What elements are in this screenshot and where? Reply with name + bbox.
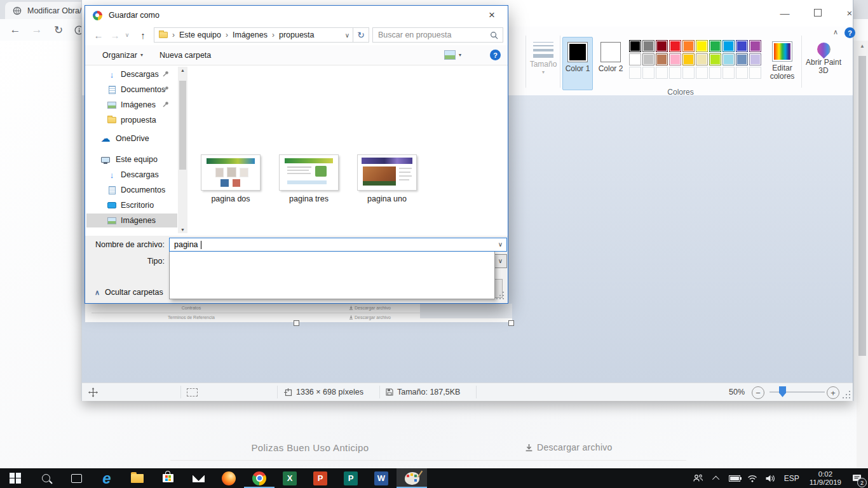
palette-swatch-empty[interactable] — [656, 67, 668, 79]
color1-button[interactable]: Color 1 — [562, 37, 593, 90]
paint-resize-grip[interactable] — [842, 391, 850, 399]
taskbar-edge-button[interactable]: e — [92, 468, 122, 488]
taskbar-mail-button[interactable] — [183, 468, 214, 488]
sidebar-item-imagenes-selected[interactable]: Imágenes — [86, 214, 177, 227]
organize-button[interactable]: Organizar ▾ — [102, 45, 143, 65]
chevron-down-icon[interactable]: ∨ — [498, 241, 503, 248]
dialog-forward-icon[interactable]: → — [108, 25, 122, 45]
view-mode-button[interactable]: ▾ — [444, 45, 461, 65]
palette-swatch[interactable] — [696, 53, 708, 65]
palette-swatch[interactable] — [642, 53, 654, 65]
zoom-out-button[interactable]: − — [752, 386, 764, 399]
language-indicator[interactable]: ESP — [779, 468, 804, 488]
palette-swatch[interactable] — [656, 40, 668, 52]
palette-swatch[interactable] — [669, 53, 681, 65]
palette-swatch[interactable] — [749, 40, 761, 52]
task-view-button[interactable] — [61, 468, 92, 488]
sidebar-item-documentos-pinned[interactable]: Documentos — [86, 83, 177, 97]
palette-swatch-empty[interactable] — [696, 67, 708, 79]
close-button[interactable]: × — [838, 5, 861, 20]
palette-swatch[interactable] — [629, 40, 641, 52]
collapse-ribbon-icon[interactable]: ∧ — [829, 28, 842, 36]
sidebar-item-descargas[interactable]: ↓ Descargas — [86, 168, 177, 182]
refresh-button[interactable]: ↻ — [353, 27, 369, 43]
taskbar-search-button[interactable] — [31, 468, 61, 488]
palette-swatch-empty[interactable] — [749, 67, 761, 79]
palette-swatch-empty[interactable] — [722, 67, 735, 79]
size-button[interactable]: Tamaño ▾ — [528, 37, 559, 75]
new-folder-button[interactable]: Nueva carpeta — [159, 45, 211, 65]
taskbar-excel-button[interactable]: X — [275, 468, 305, 488]
palette-swatch[interactable] — [669, 40, 681, 52]
palette-swatch[interactable] — [642, 40, 654, 52]
scrollbar-up-arrow[interactable]: ▲ — [857, 43, 868, 49]
canvas-resize-handle-bottom[interactable] — [294, 320, 299, 326]
palette-swatch-empty[interactable] — [642, 67, 654, 79]
action-center-button[interactable]: 2 — [846, 468, 868, 488]
show-hidden-icons-button[interactable] — [708, 468, 726, 488]
filename-input[interactable]: pagina ∨ — [169, 238, 507, 252]
palette-swatch[interactable] — [682, 53, 695, 65]
edit-colors-button[interactable]: Editar colores — [766, 37, 799, 81]
palette-swatch[interactable] — [696, 40, 708, 52]
scrollbar-down-arrow[interactable]: ▼ — [178, 227, 187, 232]
file-item-pagina-uno[interactable]: pagina uno — [356, 154, 417, 203]
sidebar-item-descargas-pinned[interactable]: ↓ Descargas — [86, 67, 177, 81]
sidebar-item-escritorio[interactable]: Escritorio — [86, 198, 177, 212]
palette-swatch[interactable] — [722, 53, 735, 65]
browser-scrollbar[interactable]: ▲ — [857, 41, 868, 469]
palette-swatch[interactable] — [682, 40, 695, 52]
palette-swatch-empty[interactable] — [709, 67, 721, 79]
hide-folders-button[interactable]: ∧ Ocultar carpetas — [95, 286, 163, 299]
zoom-in-button[interactable]: + — [827, 386, 839, 399]
volume-icon[interactable] — [761, 468, 779, 488]
taskbar-publisher-button[interactable]: P — [336, 468, 366, 488]
browser-forward-icon[interactable]: → — [28, 19, 46, 41]
taskbar-powerpoint-button[interactable]: P — [305, 468, 336, 488]
file-item-pagina-dos[interactable]: pagina dos — [200, 154, 261, 203]
dialog-back-icon[interactable]: ← — [92, 25, 105, 45]
download-link[interactable]: Descargar archivo — [525, 435, 613, 459]
sidebar-item-propuesta[interactable]: propuesta — [86, 113, 177, 127]
maximize-button[interactable] — [806, 5, 829, 20]
breadcrumb-item[interactable]: Imágenes — [233, 30, 268, 39]
help-icon[interactable]: ? — [844, 27, 855, 38]
sidebar-scrollbar[interactable]: ▲ ▼ — [178, 67, 187, 233]
palette-swatch[interactable] — [709, 53, 721, 65]
open-paint3d-button[interactable]: Abrir Paint 3D — [805, 37, 842, 75]
chevron-down-icon[interactable]: ∨ — [498, 257, 503, 264]
palette-swatch[interactable] — [736, 53, 748, 65]
palette-swatch[interactable] — [736, 40, 748, 52]
start-button[interactable] — [0, 468, 31, 488]
palette-swatch[interactable] — [709, 40, 721, 52]
wifi-icon[interactable] — [743, 468, 761, 488]
taskbar-chrome-button[interactable] — [244, 468, 275, 488]
sidebar-item-este-equipo[interactable]: Este equipo — [86, 152, 177, 166]
breadcrumb-item[interactable]: Este equipo — [179, 30, 221, 39]
scrollbar-thumb[interactable] — [179, 81, 186, 170]
palette-swatch-empty[interactable] — [669, 67, 681, 79]
dialog-help-button[interactable]: ? — [490, 45, 501, 65]
scrollbar-up-arrow[interactable]: ▲ — [178, 68, 187, 72]
color2-button[interactable]: Color 2 — [595, 37, 626, 90]
sidebar-item-imagenes-pinned[interactable]: Imágenes — [86, 98, 177, 112]
pin-icon[interactable] — [163, 101, 169, 107]
search-input[interactable]: Buscar en propuesta — [372, 27, 503, 43]
browser-refresh-icon[interactable]: ↻ — [50, 19, 67, 41]
taskbar-file-explorer-button[interactable] — [122, 468, 153, 488]
palette-swatch-empty[interactable] — [736, 67, 748, 79]
palette-swatch[interactable] — [656, 53, 668, 65]
breadcrumb-item[interactable]: propuesta — [279, 30, 315, 39]
palette-swatch-empty[interactable] — [682, 67, 695, 79]
battery-icon[interactable] — [726, 468, 743, 488]
palette-swatch[interactable] — [749, 53, 761, 65]
dialog-resize-grip[interactable] — [496, 292, 504, 300]
people-icon[interactable] — [689, 468, 708, 488]
taskbar-firefox-button[interactable] — [214, 468, 244, 488]
browser-back-icon[interactable]: ← — [6, 19, 24, 41]
up-folder-icon[interactable]: ↑ — [136, 25, 150, 45]
taskbar-paint-button[interactable] — [397, 468, 427, 488]
scrollbar-thumb[interactable] — [858, 56, 866, 356]
palette-swatch[interactable] — [629, 53, 641, 65]
file-item-pagina-tres[interactable]: pagina tres — [278, 154, 339, 203]
